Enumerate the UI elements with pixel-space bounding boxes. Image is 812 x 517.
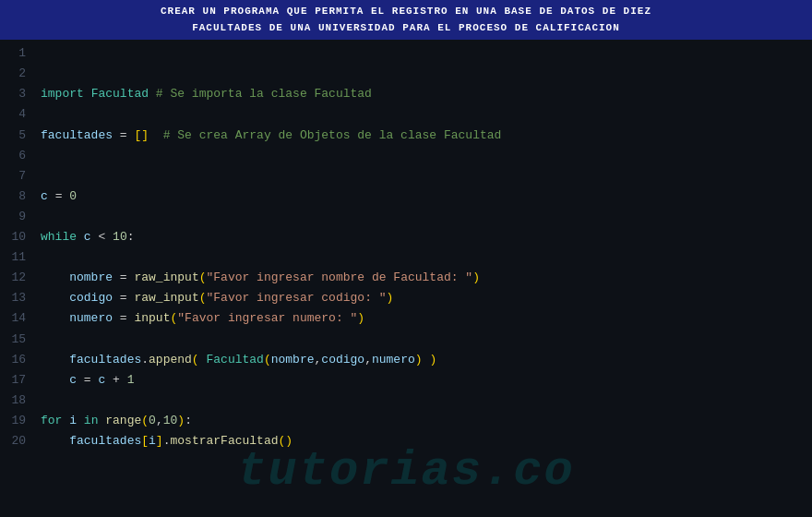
line-numbers: 1 2 3 4 5 6 7 8 9 10 11 12 13 14 15 16 1… bbox=[0, 43, 33, 513]
code-line-3: import Facultad # Se importa la clase Fa… bbox=[41, 84, 805, 104]
code-line-19: for i in range(0,10): bbox=[41, 411, 805, 431]
code-area: 1 2 3 4 5 6 7 8 9 10 11 12 13 14 15 16 1… bbox=[0, 40, 812, 517]
code-line-4 bbox=[41, 104, 805, 125]
code-line-20: facultades[i].mostrarFacultad() bbox=[41, 431, 805, 451]
code-line-7 bbox=[41, 166, 805, 186]
title-line1: CREAR UN PROGRAMA QUE PERMITA EL REGISTR… bbox=[161, 4, 651, 20]
code-line-15 bbox=[41, 330, 805, 350]
code-line-2 bbox=[41, 64, 805, 84]
code-content: import Facultad # Se importa la clase Fa… bbox=[33, 43, 812, 513]
code-line-9 bbox=[41, 207, 805, 227]
code-line-14: numero = input("Favor ingresar numero: "… bbox=[41, 308, 805, 329]
code-line-12: nombre = raw_input("Favor ingresar nombr… bbox=[41, 268, 805, 288]
code-line-17: c = c + 1 bbox=[41, 370, 805, 391]
code-line-13: codigo = raw_input("Favor ingresar codig… bbox=[41, 288, 805, 308]
code-editor: CREAR UN PROGRAMA QUE PERMITA EL REGISTR… bbox=[0, 0, 812, 517]
code-line-8: c = 0 bbox=[41, 186, 805, 207]
code-line-10: while c < 10: bbox=[41, 227, 805, 247]
code-line-5: facultades = [] # Se crea Array de Objet… bbox=[41, 126, 805, 146]
title-bar: CREAR UN PROGRAMA QUE PERMITA EL REGISTR… bbox=[0, 0, 812, 40]
code-line-11 bbox=[41, 247, 805, 268]
code-line-16: facultades.append( Facultad(nombre,codig… bbox=[41, 350, 805, 370]
code-line-18 bbox=[41, 391, 805, 411]
title-line2: FACULTADES DE UNA UNIVERSIDAD PARA EL PR… bbox=[161, 20, 651, 37]
code-line-1 bbox=[41, 43, 805, 64]
code-line-6 bbox=[41, 146, 805, 166]
